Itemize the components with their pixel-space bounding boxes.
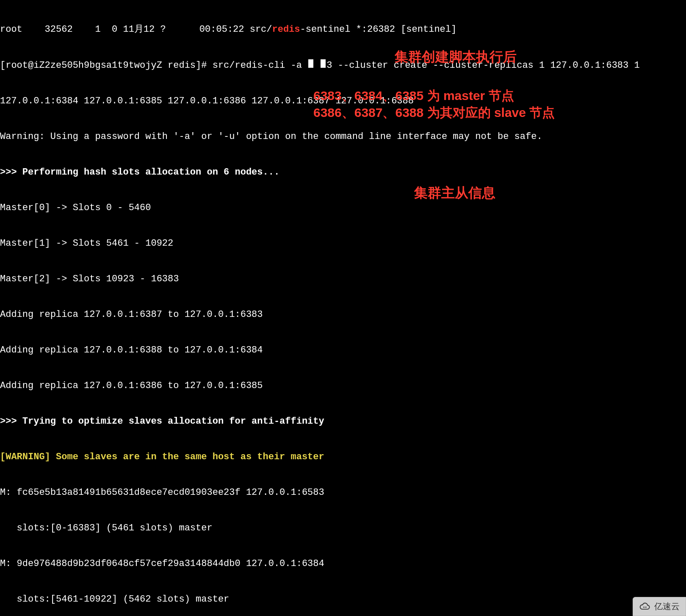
mask-block-2 xyxy=(321,59,326,68)
annotation-slave: 6386、6387、6388 为其对应的 slave 节点 xyxy=(313,104,555,122)
master0-line: Master[0] -> Slots 0 - 5460 xyxy=(0,202,686,214)
warning-host-line: [WARNING] Some slaves are in the same ho… xyxy=(0,451,686,463)
svg-point-1 xyxy=(645,606,647,608)
add-replica-2: Adding replica 127.0.0.1:6388 to 127.0.0… xyxy=(0,344,686,356)
master2-line: Master[2] -> Slots 10923 - 16383 xyxy=(0,273,686,285)
add-replica-1: Adding replica 127.0.0.1:6387 to 127.0.0… xyxy=(0,309,686,321)
proc-post: -sentinel *:26382 [sentinel] xyxy=(300,24,457,35)
prompt-pre: [root@iZ2ze505h9bgsa1t9twojyZ redis]# sr… xyxy=(0,60,307,71)
node-m1: M: fc65e5b13a81491b65631d8ece7ecd01903ee… xyxy=(0,487,686,499)
watermark-badge: 亿速云 xyxy=(633,597,686,616)
prompt-line: [root@iZ2ze505h9bgsa1t9twojyZ redis]# sr… xyxy=(0,59,686,72)
proc-pre: root 32562 1 0 11月12 ? 00:05:22 src/ xyxy=(0,24,272,35)
annotation-info: 集群主从信息 xyxy=(414,184,495,203)
cloud-icon xyxy=(639,602,651,611)
watermark-text: 亿速云 xyxy=(654,601,680,612)
master1-line: Master[1] -> Slots 5461 - 10922 xyxy=(0,238,686,250)
mask-block-1 xyxy=(308,59,313,68)
node-m1-slots: slots:[0-16383] (5461 slots) master xyxy=(0,522,686,534)
node-m2: M: 9de976488d9b23df0648cf57cef29a3148844… xyxy=(0,558,686,570)
perform-line: >>> Performing hash slots allocation on … xyxy=(0,166,686,178)
node-m2-slots: slots:[5461-10922] (5462 slots) master xyxy=(0,594,686,605)
annotation-top: 集群创建脚本执行后 xyxy=(395,48,517,67)
proc-line: root 32562 1 0 11月12 ? 00:05:22 src/redi… xyxy=(0,24,686,36)
warning-line: Warning: Using a password with '-a' or '… xyxy=(0,131,686,143)
redis-highlight: redis xyxy=(272,24,300,35)
annotation-master: 6383、6384、6385 为 master 节点 xyxy=(313,87,514,105)
add-replica-3: Adding replica 127.0.0.1:6386 to 127.0.0… xyxy=(0,380,686,392)
svg-point-0 xyxy=(643,606,645,608)
optimize-line: >>> Trying to optimize slaves allocation… xyxy=(0,416,686,427)
